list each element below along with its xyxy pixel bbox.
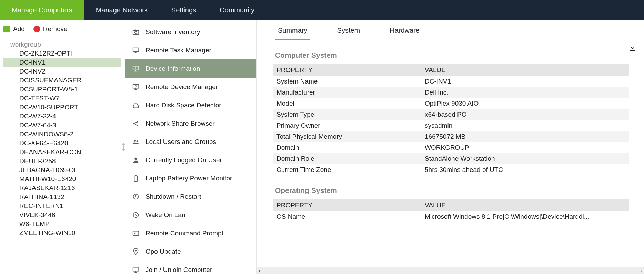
tool-join-unjoin-computer[interactable]: Join / Unjoin Computer: [125, 261, 256, 274]
tool-label: Hard Disk Space Detector: [145, 101, 221, 109]
tool-hard-disk-space-detector[interactable]: Hard Disk Space Detector: [125, 96, 256, 114]
tool-label: Local Users and Groups: [145, 138, 216, 146]
tool-label: Device Information: [145, 65, 200, 72]
tool-laptop-battery-power-monitor[interactable]: Laptop Battery Power Monitor: [125, 169, 256, 187]
tree-group-workgroup[interactable]: −workgroup: [3, 40, 121, 49]
subtab-system[interactable]: System: [334, 27, 363, 40]
computer-node[interactable]: DC-INV2: [3, 67, 121, 76]
tool-software-inventory[interactable]: Software Inventory: [125, 23, 256, 41]
computer-node[interactable]: VIVEK-3446: [3, 211, 121, 219]
collapse-icon[interactable]: −: [3, 42, 8, 47]
top-nav: Manage ComputersManage NetworkSettingsCo…: [0, 0, 644, 20]
top-tab-settings[interactable]: Settings: [160, 0, 208, 20]
computer-node[interactable]: DC-XP64-E6420: [3, 139, 121, 148]
top-tab-manage-computers[interactable]: Manage Computers: [0, 0, 84, 20]
computer-node[interactable]: DC-WINDOWS8-2: [3, 130, 121, 139]
table-row[interactable]: Total Physical Memory16675072 MB: [273, 131, 629, 142]
col-value: VALUE: [421, 64, 629, 76]
computer-node[interactable]: MATHI-W10-E6420: [3, 175, 121, 184]
computer-node[interactable]: DC-2K12R2-OPTI: [3, 49, 121, 58]
subtab-hardware[interactable]: Hardware: [387, 27, 422, 40]
table-row[interactable]: OS NameMicrosoft Windows 8.1 Pro|C:\Wind…: [273, 211, 629, 222]
tool-shutdown-restart[interactable]: Shutdown / Restart: [125, 187, 256, 206]
computer-node[interactable]: DHANASEKAR-CON: [3, 148, 121, 157]
table-row[interactable]: Domain RoleStandAlone Workstation: [273, 153, 629, 164]
table-row[interactable]: ModelOptiPlex 9030 AIO: [273, 98, 629, 109]
svg-rect-6: [133, 84, 139, 88]
tool-label: Join / Unjoin Computer: [145, 266, 212, 274]
table-row[interactable]: System NameDC-INV1: [273, 76, 629, 87]
cell-property: Domain Role: [273, 153, 421, 164]
splitter-handle[interactable]: [121, 20, 125, 274]
table-row[interactable]: ManufacturerDell Inc.: [273, 87, 629, 98]
top-tab-manage-network[interactable]: Manage Network: [84, 0, 160, 20]
download-icon[interactable]: [629, 44, 636, 52]
remove-button[interactable]: Remove: [43, 25, 68, 33]
tool-label: Network Share Browser: [145, 120, 215, 127]
scroll-right-arrow[interactable]: ›: [641, 267, 643, 274]
add-icon[interactable]: +: [3, 26, 10, 32]
svg-point-1: [135, 31, 137, 33]
cell-value: StandAlone Workstation: [421, 153, 629, 164]
computer-node[interactable]: DC-W7-32-4: [3, 112, 121, 121]
tool-remote-command-prompt[interactable]: Remote Command Prompt: [125, 224, 256, 242]
details-content[interactable]: Computer SystemPROPERTYVALUESystem NameD…: [273, 40, 629, 267]
tool-label: Shutdown / Restart: [145, 193, 201, 200]
top-tab-community[interactable]: Community: [208, 0, 266, 20]
cell-value: 16675072 MB: [421, 131, 629, 142]
user-icon: [132, 156, 140, 164]
computer-node[interactable]: ZMEETING-WIN10: [3, 228, 121, 237]
tool-local-users-and-groups[interactable]: Local Users and Groups: [125, 133, 256, 151]
computer-node[interactable]: JEBAGNA-1069-OL: [3, 166, 121, 175]
add-button[interactable]: Add: [13, 25, 25, 33]
property-table: PROPERTYVALUEOS NameMicrosoft Windows 8.…: [273, 199, 629, 222]
computer-node[interactable]: RAJASEKAR-1216: [3, 184, 121, 193]
cell-value: sysadmin: [421, 120, 629, 131]
property-table: PROPERTYVALUESystem NameDC-INV1Manufactu…: [273, 64, 629, 175]
computer-node[interactable]: DC-INV1: [3, 58, 121, 67]
cell-property: Current Time Zone: [273, 164, 421, 175]
computer-node[interactable]: DC-TEST-W7: [3, 94, 121, 103]
computers-panel: + Add － Remove −workgroupDC-2K12R2-OPTID…: [0, 20, 121, 274]
cell-property: System Name: [273, 76, 421, 87]
monitor-info-icon: i: [132, 65, 140, 73]
tool-label: Currently Logged On User: [145, 156, 222, 164]
monitor-gear-icon: [132, 83, 140, 91]
tool-device-information[interactable]: iDevice Information: [125, 59, 256, 78]
tool-remote-device-manager[interactable]: Remote Device Manager: [125, 78, 256, 96]
tool-remote-task-manager[interactable]: Remote Task Manager: [125, 41, 256, 59]
tool-gpo-update[interactable]: Gpo Update: [125, 242, 256, 261]
computer-node[interactable]: DHULI-3258: [3, 157, 121, 166]
scroll-left-arrow[interactable]: ‹: [259, 267, 260, 274]
share-icon: [132, 119, 140, 128]
computer-node[interactable]: DC-W7-64-3: [3, 121, 121, 130]
table-row[interactable]: Primary Ownersysadmin: [273, 120, 629, 131]
svg-point-8: [137, 106, 138, 107]
computer-node[interactable]: DCSUPPORT-W8-1: [3, 85, 121, 94]
computer-node[interactable]: REC-INTERN1: [3, 202, 121, 211]
table-row[interactable]: DomainWORKGROUP: [273, 142, 629, 153]
remove-icon[interactable]: －: [33, 26, 40, 32]
computer-node[interactable]: DC-W10-SUPPORT: [3, 103, 121, 112]
svg-point-13: [136, 140, 138, 142]
computer-node[interactable]: DCISSUEMANAGER: [3, 76, 121, 85]
horizontal-scrollbar[interactable]: ‹ ›: [257, 267, 644, 274]
computer-tree[interactable]: −workgroupDC-2K12R2-OPTIDC-INV1DC-INV2DC…: [0, 38, 121, 274]
subtab-summary[interactable]: Summary: [275, 27, 310, 40]
computer-node[interactable]: W8-TEMP: [3, 219, 121, 228]
tool-wake-on-lan[interactable]: Wake On Lan: [125, 206, 256, 224]
tool-label: Remote Task Manager: [145, 47, 211, 54]
section-title: Computer System: [275, 51, 629, 59]
table-row[interactable]: System Typex64-based PC: [273, 109, 629, 120]
tool-currently-logged-on-user[interactable]: Currently Logged On User: [125, 151, 256, 169]
wol-icon: [132, 211, 140, 219]
tool-network-share-browser[interactable]: Network Share Browser: [125, 114, 256, 133]
table-row[interactable]: Current Time Zone5hrs 30mins ahead of UT…: [273, 164, 629, 175]
cell-value: Dell Inc.: [421, 87, 629, 98]
cell-property: System Type: [273, 109, 421, 120]
computer-node[interactable]: RATHINA-1132: [3, 193, 121, 202]
section-title: Operating System: [275, 186, 629, 195]
main-layout: + Add － Remove −workgroupDC-2K12R2-OPTID…: [0, 20, 644, 274]
svg-point-7: [135, 85, 137, 87]
svg-rect-16: [135, 175, 137, 176]
